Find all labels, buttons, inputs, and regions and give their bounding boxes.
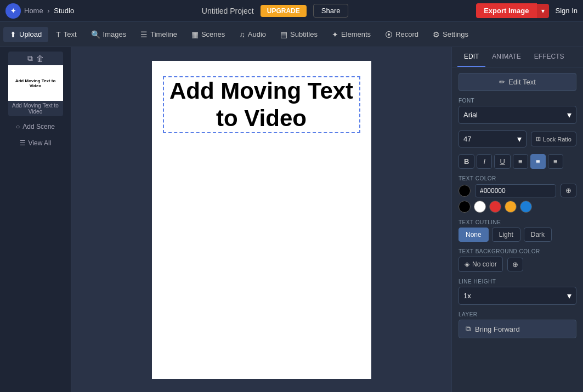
bring-forward-button[interactable]: ⧉ Bring Forward	[459, 320, 576, 338]
nav-icon-timeline: ☰	[140, 30, 148, 39]
text-outline-label: TEXT OUTLINE	[459, 219, 576, 225]
color-row: #000000 ⊕	[459, 184, 576, 197]
color-swatch-main[interactable]	[459, 185, 471, 197]
font-value: Arial	[463, 111, 567, 119]
sidebar-thumb-img: Add Moving Text to Video	[8, 65, 63, 101]
export-caret-button[interactable]: ▾	[537, 4, 549, 18]
edit-text-button[interactable]: ✏ Edit Text	[459, 73, 576, 91]
panel-tabs: EDIT ANIMATE EFFECTS	[452, 47, 583, 67]
italic-button[interactable]: I	[477, 154, 492, 169]
brand-icon: ✦	[5, 3, 21, 19]
line-height-value: 1x	[463, 292, 567, 300]
color-presets	[459, 201, 576, 213]
view-all-button[interactable]: ☰ View All	[15, 137, 56, 149]
nav-item-elements[interactable]: ✦Elements	[325, 27, 377, 42]
nav-item-scenes[interactable]: ▦Scenes	[185, 27, 231, 42]
copy-button[interactable]: ⧉	[27, 54, 33, 63]
nav-item-timeline[interactable]: ☰Timeline	[134, 27, 184, 42]
sidebar: ⧉ 🗑 Add Moving Text to Video Add Moving …	[0, 47, 71, 392]
nav-label-timeline: Timeline	[150, 30, 177, 38]
bg-eyedropper-button[interactable]: ⊕	[507, 258, 523, 271]
add-scene-button[interactable]: ○ Add Scene	[12, 121, 59, 133]
nav-label-audio: Audio	[248, 30, 266, 38]
bold-button[interactable]: B	[459, 154, 474, 169]
nav-item-upload[interactable]: ⬆Upload	[3, 27, 48, 42]
canvas-text-element[interactable]: Add Moving Text to Video	[163, 76, 360, 134]
add-scene-label: Add Scene	[22, 123, 55, 130]
nav-icon-scenes: ▦	[191, 30, 199, 39]
upgrade-button[interactable]: UPGRADE	[261, 5, 307, 17]
nav-icon-elements: ✦	[332, 30, 338, 39]
font-size-select[interactable]: 47 ▾	[459, 130, 527, 147]
signin-button[interactable]: Sign In	[556, 7, 578, 15]
lock-ratio-button[interactable]: ⊞ Lock Ratio	[531, 132, 576, 146]
nav-item-images[interactable]: 🔍Images	[84, 27, 133, 42]
align-center-button[interactable]: ≡	[530, 154, 546, 169]
preset-white[interactable]	[474, 201, 486, 213]
align-left-button[interactable]: ≡	[513, 154, 528, 169]
font-section-label: FONT	[459, 98, 576, 104]
nav-item-text[interactable]: TText	[49, 27, 83, 42]
main: ⧉ 🗑 Add Moving Text to Video Add Moving …	[0, 47, 583, 392]
preset-black[interactable]	[459, 201, 471, 213]
nav-item-audio[interactable]: ♫Audio	[233, 27, 273, 42]
font-dropdown-icon: ▾	[567, 110, 571, 120]
preset-orange[interactable]	[505, 201, 517, 213]
bring-forward-label: Bring Forward	[475, 325, 520, 333]
breadcrumb-sep: ›	[47, 7, 49, 15]
no-color-button[interactable]: ◈ No color	[459, 257, 503, 272]
no-color-label: No color	[472, 260, 497, 268]
font-select[interactable]: Arial ▾	[459, 106, 576, 124]
nav-label-upload: Upload	[19, 30, 42, 38]
text-bg-section: TEXT BACKGROUND COLOR ◈ No color ⊕	[459, 248, 576, 272]
nav-item-settings[interactable]: ⚙Settings	[426, 27, 475, 42]
nav-icon-upload: ⬆	[10, 30, 16, 39]
layer-section: LAYER ⧉ Bring Forward	[459, 311, 576, 338]
eyedropper-button[interactable]: ⊕	[561, 184, 576, 197]
align-right-button[interactable]: ≡	[548, 154, 563, 169]
bring-forward-icon: ⧉	[466, 325, 471, 333]
font-section: FONT Arial ▾	[459, 98, 576, 124]
layer-label: LAYER	[459, 311, 576, 317]
export-button[interactable]: Export Image	[476, 3, 536, 18]
lock-ratio-label: Lock Ratio	[543, 136, 571, 143]
edit-text-label: Edit Text	[508, 78, 536, 86]
text-format-row: B I U ≡ ≡ ≡	[459, 154, 576, 169]
nav-icon-settings: ⚙	[433, 30, 440, 39]
preset-red[interactable]	[489, 201, 501, 213]
outline-none-button[interactable]: None	[459, 228, 489, 242]
font-size-dropdown-icon: ▾	[517, 134, 522, 144]
delete-button[interactable]: 🗑	[36, 54, 44, 63]
preset-blue[interactable]	[520, 201, 532, 213]
outline-dark-button[interactable]: Dark	[524, 228, 552, 242]
panel-edit-content: ✏ Edit Text FONT Arial ▾ 47 ▾ ⊞ Loc	[452, 67, 583, 344]
outline-row: None Light Dark	[459, 228, 576, 242]
underline-button[interactable]: U	[494, 154, 510, 169]
nav-icon-record: ⦿	[385, 30, 393, 39]
nav-label-images: Images	[103, 30, 127, 38]
breadcrumb-home[interactable]: Home	[24, 7, 43, 15]
share-button[interactable]: Share	[313, 4, 349, 18]
line-height-section: LINE HEIGHT 1x ▾	[459, 279, 576, 305]
canvas[interactable]: Add Moving Text to Video	[152, 61, 371, 379]
font-size-row: 47 ▾ ⊞ Lock Ratio	[459, 130, 576, 147]
tab-effects[interactable]: EFFECTS	[528, 47, 571, 67]
tab-animate[interactable]: ANIMATE	[485, 47, 527, 67]
nav-item-subtitles[interactable]: ▤Subtitles	[274, 27, 324, 42]
add-scene-icon: ○	[16, 123, 20, 130]
topbar: ✦ Home › Studio Untitled Project UPGRADE…	[0, 0, 583, 22]
line-height-select[interactable]: 1x ▾	[459, 287, 576, 305]
lock-ratio-icon: ⊞	[536, 135, 541, 143]
tab-edit[interactable]: EDIT	[457, 47, 485, 67]
nav-item-record[interactable]: ⦿Record	[378, 27, 425, 42]
breadcrumb: Home › Studio	[24, 7, 74, 15]
edit-text-icon: ✏	[499, 78, 505, 86]
sidebar-thumb-label: Add Moving Text to Video	[8, 101, 63, 116]
color-hex-value[interactable]: #000000	[475, 184, 556, 197]
text-bg-label: TEXT BACKGROUND COLOR	[459, 248, 576, 254]
text-color-label: TEXT COLOR	[459, 175, 576, 181]
nav-label-record: Record	[395, 30, 418, 38]
nav-icon-images: 🔍	[91, 30, 100, 39]
outline-light-button[interactable]: Light	[492, 228, 520, 242]
project-title: Untitled Project	[202, 7, 254, 15]
